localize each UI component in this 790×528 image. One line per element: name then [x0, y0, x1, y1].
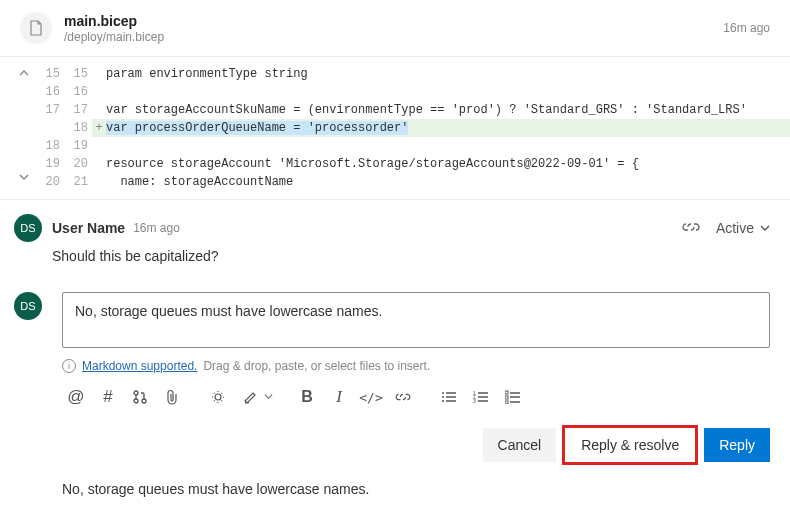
reply-actions: Cancel Reply & resolve Reply — [62, 425, 770, 465]
code-line — [106, 137, 790, 155]
markdown-link[interactable]: Markdown supported. — [82, 359, 197, 373]
hint-text: Drag & drop, paste, or select files to i… — [203, 359, 430, 373]
code-icon[interactable]: </> — [357, 383, 385, 411]
diff-marker — [92, 83, 106, 101]
thread-status-label: Active — [716, 220, 754, 236]
reply-input[interactable] — [62, 292, 770, 348]
comment-body: Should this be capitalized? — [52, 248, 770, 264]
svg-text:3: 3 — [473, 398, 476, 404]
numbered-list-icon[interactable]: 123 — [467, 383, 495, 411]
copy-link-icon[interactable] — [682, 220, 700, 237]
diff-row: 1819 — [36, 137, 790, 155]
old-line-number: 15 — [36, 65, 64, 83]
diff-marker: + — [92, 119, 106, 137]
diff-row: 1515 param environmentType string — [36, 65, 790, 83]
code-line — [106, 83, 790, 101]
svg-rect-11 — [505, 396, 508, 399]
diff-marker — [92, 173, 106, 191]
old-line-number: 16 — [36, 83, 64, 101]
code-line: resource storageAccount 'Microsoft.Stora… — [106, 155, 790, 173]
hash-icon[interactable]: # — [94, 383, 122, 411]
old-line-number: 17 — [36, 101, 64, 119]
diff-marker — [92, 137, 106, 155]
code-line: name: storageAccountName — [106, 173, 790, 191]
reply-hint: i Markdown supported. Drag & drop, paste… — [62, 359, 770, 373]
old-line-number: 19 — [36, 155, 64, 173]
reply-preview: No, storage queues must have lowercase n… — [62, 481, 770, 497]
new-line-number: 21 — [64, 173, 92, 191]
old-line-number: 18 — [36, 137, 64, 155]
new-line-number: 20 — [64, 155, 92, 173]
svg-point-1 — [134, 399, 138, 403]
code-line: param environmentType string — [106, 65, 790, 83]
cancel-button[interactable]: Cancel — [483, 428, 557, 462]
reply-resolve-button[interactable]: Reply & resolve — [562, 425, 698, 465]
chevron-down-icon — [760, 223, 770, 233]
file-path: /deploy/main.bicep — [64, 30, 723, 44]
code-line: var storageAccountSkuName = (environment… — [106, 101, 790, 119]
diff-marker — [92, 65, 106, 83]
expand-down-icon[interactable] — [12, 171, 36, 189]
comment-thread: DS User Name 16m ago Active Should this … — [0, 200, 790, 517]
new-line-number: 16 — [64, 83, 92, 101]
new-line-number: 19 — [64, 137, 92, 155]
italic-icon[interactable]: I — [325, 383, 353, 411]
file-header: main.bicep /deploy/main.bicep 16m ago — [0, 0, 790, 57]
code-line: var processOrderQueueName = 'processorde… — [106, 119, 790, 137]
pull-request-icon[interactable] — [126, 383, 154, 411]
svg-point-6 — [442, 400, 444, 402]
file-name: main.bicep — [64, 13, 723, 29]
comment-time: 16m ago — [133, 221, 180, 235]
svg-point-3 — [215, 394, 221, 400]
diff-row: 2021 name: storageAccountName — [36, 173, 790, 191]
comment-author: User Name — [52, 220, 125, 236]
mention-icon[interactable]: @ — [62, 383, 90, 411]
new-line-number: 17 — [64, 101, 92, 119]
chevron-down-icon[interactable] — [264, 392, 273, 403]
diff-row: 1920 resource storageAccount 'Microsoft.… — [36, 155, 790, 173]
thread-status-dropdown[interactable]: Active — [716, 220, 770, 236]
svg-rect-12 — [505, 401, 508, 404]
document-icon — [28, 20, 44, 36]
editor-toolbar: @ # B I — [62, 383, 770, 411]
expand-up-icon[interactable] — [12, 67, 36, 85]
diff-row: 1616 — [36, 83, 790, 101]
avatar: DS — [14, 214, 42, 242]
bullet-list-icon[interactable] — [435, 383, 463, 411]
svg-rect-10 — [505, 391, 508, 394]
avatar: DS — [14, 292, 42, 320]
file-time-ago: 16m ago — [723, 21, 770, 35]
reply-button[interactable]: Reply — [704, 428, 770, 462]
diff-block: 1515 param environmentType string1616 17… — [0, 57, 790, 200]
old-line-number: 20 — [36, 173, 64, 191]
diff-row: 18+var processOrderQueueName = 'processo… — [36, 119, 790, 137]
svg-point-2 — [142, 399, 146, 403]
info-icon: i — [62, 359, 76, 373]
lightbulb-icon[interactable] — [204, 383, 232, 411]
diff-marker — [92, 155, 106, 173]
link-icon[interactable] — [389, 383, 417, 411]
svg-point-5 — [442, 396, 444, 398]
file-type-icon — [20, 12, 52, 44]
attach-icon[interactable] — [158, 383, 186, 411]
new-line-number: 18 — [64, 119, 92, 137]
old-line-number — [36, 119, 64, 137]
highlighter-icon[interactable] — [236, 383, 264, 411]
diff-row: 1717 var storageAccountSkuName = (enviro… — [36, 101, 790, 119]
task-list-icon[interactable] — [499, 383, 527, 411]
diff-marker — [92, 101, 106, 119]
svg-point-0 — [134, 391, 138, 395]
bold-icon[interactable]: B — [293, 383, 321, 411]
svg-point-4 — [442, 392, 444, 394]
new-line-number: 15 — [64, 65, 92, 83]
